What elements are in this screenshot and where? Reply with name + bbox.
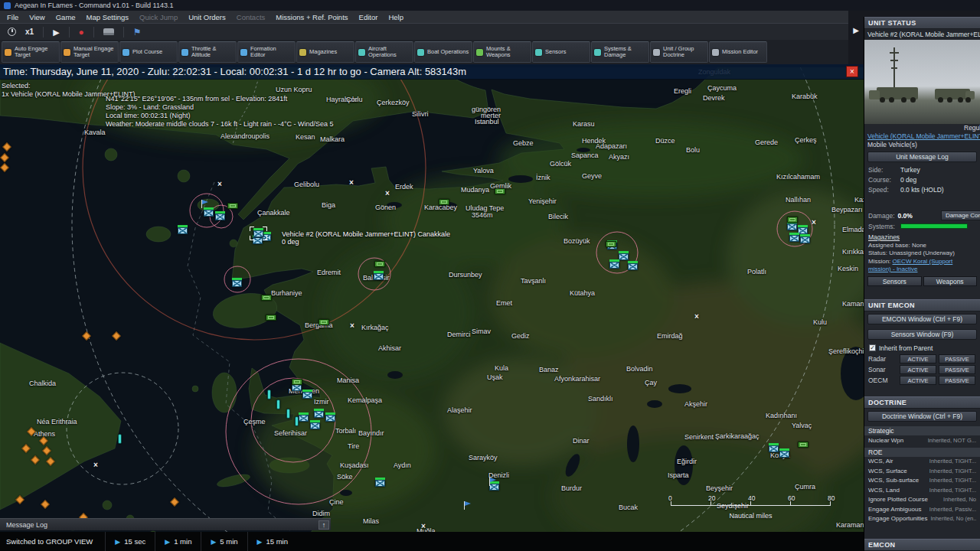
friendly-unit-icon[interactable] [314, 411, 324, 418]
friendly-unit-icon[interactable] [292, 384, 302, 391]
friendly-unit-icon[interactable] [787, 223, 797, 230]
friendly-unit-icon[interactable] [789, 235, 799, 242]
emcon-passive-button[interactable]: PASSIVE [939, 354, 975, 364]
reference-flag-icon[interactable] [201, 200, 202, 208]
ribbon-button-unit-group-doctrine[interactable]: Unit / Group Doctrine [650, 41, 708, 63]
tab-sensors[interactable]: Sensors [867, 276, 922, 286]
panel-collapse-arrow-icon[interactable]: ▶ [848, 26, 864, 34]
inherit-checkbox[interactable]: ✓ [869, 344, 876, 351]
installation-icon[interactable] [495, 188, 505, 194]
selected-unit-icon[interactable] [250, 227, 267, 240]
naval-unit-icon[interactable] [276, 399, 280, 409]
record-button[interactable]: ● [79, 24, 84, 40]
naval-unit-icon[interactable] [118, 434, 122, 444]
menu-item-help[interactable]: Help [383, 12, 409, 22]
installation-icon[interactable] [606, 241, 616, 247]
friendly-unit-icon[interactable] [215, 214, 225, 220]
friendly-unit-icon[interactable] [232, 280, 242, 287]
doctrine-row-wcs-air[interactable]: WCS, AirInherited, TIGHT... [864, 457, 980, 467]
friendly-unit-icon[interactable] [800, 236, 810, 243]
friendly-unit-icon[interactable] [299, 415, 309, 422]
doctrine-row-ignore-plotted-course[interactable]: Ignore Plotted CourseInherited, No [864, 495, 980, 505]
menu-item-view[interactable]: View [24, 12, 50, 22]
ribbon-button-sensors[interactable]: Sensors [532, 41, 590, 63]
ribbon-button-mission-editor[interactable]: Mission Editor [709, 41, 767, 63]
ribbon-button-formation-editor[interactable]: Formation Editor [237, 41, 296, 63]
emcon-window-button[interactable]: EMCON Window (Ctrl + F9) [867, 314, 977, 324]
unknown-contact-icon[interactable]: × [349, 180, 354, 186]
play-button[interactable]: ▶ [53, 24, 59, 40]
naval-unit-icon[interactable] [295, 416, 299, 426]
installation-icon[interactable] [227, 203, 238, 209]
emcon-active-button[interactable]: ACTIVE [900, 354, 936, 364]
friendly-unit-icon[interactable] [769, 445, 779, 452]
installation-icon[interactable] [787, 217, 798, 223]
ribbon-button-magazines[interactable]: Magazines [296, 41, 354, 63]
unknown-contact-icon[interactable]: × [93, 462, 98, 468]
friendly-unit-icon[interactable] [374, 273, 384, 280]
installation-icon[interactable] [292, 379, 302, 385]
naval-unit-icon[interactable] [267, 390, 271, 399]
ribbon-button-throttle-altitude[interactable]: Throttle & Altitude [178, 41, 237, 63]
ribbon-button-auto-engage-target[interactable]: Auto Engage Target [2, 41, 60, 63]
flag-button[interactable]: ⚑ [133, 24, 142, 40]
emcon-passive-button[interactable]: PASSIVE [939, 365, 975, 374]
installation-icon[interactable] [439, 199, 449, 205]
eraser-button[interactable] [103, 28, 114, 35]
doctrine-row-wcs-sub-surface[interactable]: WCS, Sub-surfaceInherited, TIGHT... [864, 476, 980, 486]
emcon-active-button[interactable]: ACTIVE [900, 376, 936, 385]
friendly-unit-icon[interactable] [628, 263, 638, 270]
damage-control-button[interactable]: Damage Control [941, 210, 980, 220]
friendly-unit-icon[interactable] [310, 422, 320, 429]
naval-unit-icon[interactable] [286, 409, 290, 419]
unknown-contact-icon[interactable]: × [812, 220, 816, 226]
reference-flag-icon[interactable] [464, 501, 465, 510]
expand-log-button[interactable]: ↑ [318, 520, 329, 530]
menu-item-missions-ref-points[interactable]: Missions + Ref. Points [270, 12, 353, 22]
tab-weapons[interactable]: Weapons [923, 276, 978, 286]
doctrine-row-wcs-land[interactable]: WCS, LandInherited, TIGHT... [864, 485, 980, 495]
ribbon-button-boat-operations[interactable]: Boat Operations [414, 41, 472, 63]
friendly-unit-icon[interactable] [204, 210, 214, 217]
unknown-contact-icon[interactable]: × [421, 523, 426, 530]
installation-icon[interactable] [261, 295, 272, 301]
friendly-unit-icon[interactable] [489, 484, 499, 491]
menu-item-map-settings[interactable]: Map Settings [81, 12, 134, 22]
ribbon-button-manual-engage-target[interactable]: Manual Engage Target [60, 41, 119, 63]
ribbon-button-mounts-weapons[interactable]: Mounts & Weapons [473, 41, 531, 63]
time-step-button-15-sec[interactable]: ▶15 sec [105, 532, 155, 551]
sensors-window-button[interactable]: Sensors Window (F9) [867, 329, 977, 340]
menu-item-editor[interactable]: Editor [354, 12, 384, 22]
reference-flag-icon[interactable] [489, 478, 490, 486]
friendly-unit-icon[interactable] [609, 262, 619, 269]
unknown-contact-icon[interactable]: × [217, 181, 222, 187]
emcon-passive-button[interactable]: PASSIVE [939, 376, 975, 385]
installation-icon[interactable] [266, 315, 276, 321]
time-step-button-15-min[interactable]: ▶15 min [247, 532, 297, 551]
menu-item-game[interactable]: Game [51, 12, 81, 22]
magazines-link[interactable]: Magazines [864, 231, 980, 242]
friendly-unit-icon[interactable] [302, 392, 312, 399]
doctrine-row-engage-ambiguous[interactable]: Engage AmbiguousInherited, Passiv... [864, 504, 980, 514]
friendly-unit-icon[interactable] [619, 253, 629, 260]
tactical-map[interactable]: ZonguldakEregliÇaycumaDevrekKarabükUzun … [0, 67, 864, 532]
menu-item-file[interactable]: File [2, 12, 24, 22]
doctrine-row-engage-opportunities[interactable]: Engage OpportunitiesInherited, No (en... [864, 514, 980, 524]
ribbon-button-plot-course[interactable]: Plot Course [119, 41, 178, 63]
doctrine-window-button[interactable]: Doctrine Window (Ctrl + F9) [867, 411, 977, 422]
friendly-unit-icon[interactable] [178, 227, 188, 234]
installation-icon[interactable] [374, 261, 385, 267]
installation-icon[interactable] [318, 319, 329, 325]
unknown-contact-icon[interactable]: × [385, 191, 390, 197]
time-step-button-1-min[interactable]: ▶1 min [155, 532, 201, 551]
doctrine-row-wcs-surface[interactable]: WCS, SurfaceInherited, TIGHT... [864, 466, 980, 476]
unknown-contact-icon[interactable]: × [694, 314, 699, 320]
friendly-unit-icon[interactable] [779, 451, 789, 458]
unit-message-log-button[interactable]: Unit Message Log [867, 152, 977, 162]
ribbon-button-aircraft-operations[interactable]: Aircraft Operations [355, 41, 413, 63]
friendly-unit-icon[interactable] [325, 415, 335, 422]
ribbon-button-systems-damage[interactable]: Systems & Damage [591, 41, 649, 63]
close-icon[interactable]: × [846, 66, 858, 77]
installation-icon[interactable] [798, 442, 808, 448]
message-log-bar[interactable]: Message Log ↑ [0, 518, 331, 530]
